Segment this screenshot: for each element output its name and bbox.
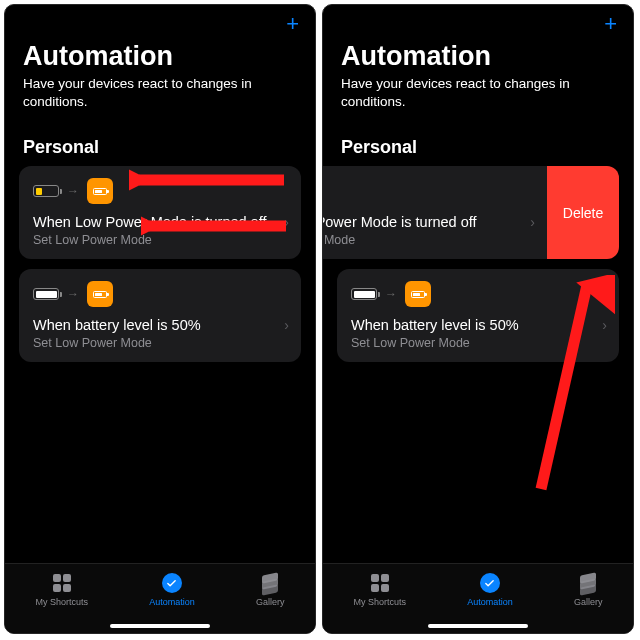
automation-subtitle: Set Low Power Mode	[351, 336, 607, 350]
battery-full-icon	[351, 288, 377, 300]
gallery-icon	[577, 572, 599, 594]
tab-label: Gallery	[256, 597, 285, 607]
trigger-icon-row: →	[351, 281, 607, 307]
tab-gallery[interactable]: Gallery	[574, 572, 603, 607]
section-label-personal: Personal	[5, 115, 315, 166]
header: Automation Have your devices react to ch…	[323, 35, 633, 115]
low-power-mode-icon	[87, 281, 113, 307]
nav-bar: +	[5, 5, 315, 35]
automation-icon	[161, 572, 183, 594]
chevron-right-icon: ›	[278, 317, 289, 333]
automation-subtitle: Set Low Power Mode	[33, 336, 289, 350]
tab-label: Automation	[467, 597, 513, 607]
automation-card[interactable]: → When battery level is 50% › Set Low Po…	[19, 269, 301, 362]
page-title: Automation	[23, 41, 297, 72]
header: Automation Have your devices react to ch…	[5, 35, 315, 115]
automation-title: When battery level is 50%	[33, 317, 201, 333]
add-icon[interactable]: +	[604, 13, 617, 35]
phone-screenshot-left: + Automation Have your devices react to …	[4, 4, 316, 634]
automation-card[interactable]: → When battery level is 50% › Set Low Po…	[337, 269, 619, 362]
tab-automation[interactable]: Automation	[467, 572, 513, 607]
chevron-right-icon: ›	[278, 214, 289, 230]
nav-bar: +	[323, 5, 633, 35]
automation-subtitle: Set Low Power Mode	[33, 233, 289, 247]
tab-automation[interactable]: Automation	[149, 572, 195, 607]
tab-label: Gallery	[574, 597, 603, 607]
chevron-right-icon: ›	[524, 214, 535, 230]
automation-card[interactable]: → When Low Power Mode is turned off › Se…	[19, 166, 301, 259]
add-icon[interactable]: +	[286, 13, 299, 35]
battery-low-icon	[33, 185, 59, 197]
low-power-mode-icon	[87, 178, 113, 204]
trigger-icon-row: →	[33, 178, 289, 204]
tab-gallery[interactable]: Gallery	[256, 572, 285, 607]
grid-icon	[369, 572, 391, 594]
page-subtitle: Have your devices react to changes in co…	[23, 75, 297, 111]
automation-title: When Low Power Mode is turned off	[33, 214, 266, 230]
trigger-icon-row: →	[33, 281, 289, 307]
delete-button[interactable]: Delete	[547, 166, 619, 259]
trigger-icon-row	[322, 178, 535, 204]
arrow-right-icon: →	[385, 287, 397, 301]
tab-bar: My Shortcuts Automation Gallery	[5, 563, 315, 633]
chevron-right-icon: ›	[596, 317, 607, 333]
section-label-personal: Personal	[323, 115, 633, 166]
tab-my-shortcuts[interactable]: My Shortcuts	[354, 572, 407, 607]
grid-icon	[51, 572, 73, 594]
tab-label: My Shortcuts	[354, 597, 407, 607]
low-power-mode-icon	[405, 281, 431, 307]
tab-label: My Shortcuts	[36, 597, 89, 607]
automation-title: Low Power Mode is turned off	[322, 214, 477, 230]
page-title: Automation	[341, 41, 615, 72]
automation-title: When battery level is 50%	[351, 317, 519, 333]
delete-label: Delete	[563, 205, 603, 221]
tab-bar: My Shortcuts Automation Gallery	[323, 563, 633, 633]
gallery-icon	[259, 572, 281, 594]
automation-card-swiped[interactable]: Low Power Mode is turned off › Power Mod…	[323, 166, 619, 259]
battery-full-icon	[33, 288, 59, 300]
phone-screenshot-right: + Automation Have your devices react to …	[322, 4, 634, 634]
arrow-right-icon: →	[67, 287, 79, 301]
tab-label: Automation	[149, 597, 195, 607]
home-indicator[interactable]	[110, 624, 210, 628]
automation-icon	[479, 572, 501, 594]
tab-my-shortcuts[interactable]: My Shortcuts	[36, 572, 89, 607]
home-indicator[interactable]	[428, 624, 528, 628]
automation-subtitle: Power Mode	[322, 233, 535, 247]
automation-card[interactable]: Low Power Mode is turned off › Power Mod…	[322, 166, 547, 259]
page-subtitle: Have your devices react to changes in co…	[341, 75, 615, 111]
arrow-right-icon: →	[67, 184, 79, 198]
